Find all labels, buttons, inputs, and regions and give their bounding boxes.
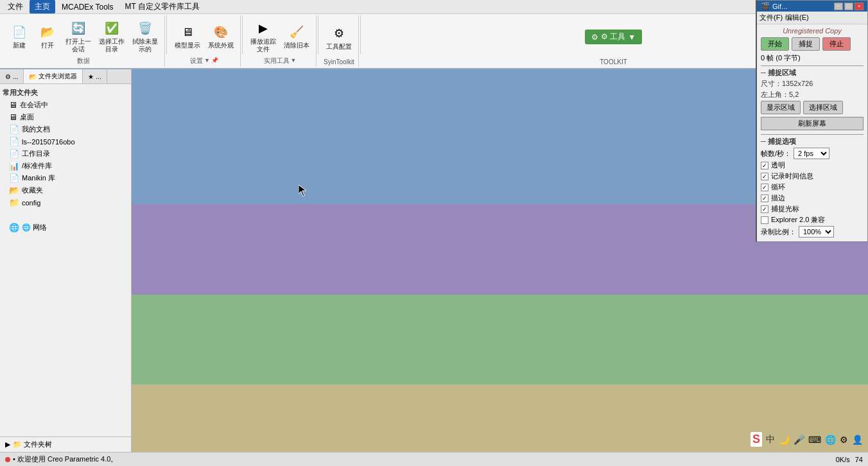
panel-tab-star[interactable]: ★ ... [83,69,107,83]
toolkit-group-title: TOOLKIT [600,57,627,65]
tools-dropdown-button[interactable]: ⚙ ⚙ 工具 ▼ [585,30,642,44]
gif-loop-label: 循环 [771,182,785,192]
gif-edit-menu[interactable]: 编辑(E) [785,13,809,22]
gif-loop-checkbox[interactable] [761,184,768,191]
network-speed: 0K/s [836,456,850,463]
tree-item-stdlib[interactable]: 📊 /标准件库 [0,160,131,172]
canvas-tan: S 中 🌙 🎤 ⌨ 🌐 ⚙ 👤 [132,384,868,452]
workdir-icon: 📄 [9,149,19,159]
gif-start-button[interactable]: 开始 [761,37,789,51]
gif-capture-options-section: ─ 捕捉选项 [761,134,864,146]
tree-item-favorites[interactable]: 📂 收藏夹 [0,184,131,196]
play-trail-button[interactable]: ▶ 播放追踪文件 [248,17,279,55]
utilities-expand-icon[interactable]: ▼ [291,57,297,64]
gif-transparent-label: 透明 [771,160,785,170]
mic-icon[interactable]: 🎤 [794,435,804,445]
select-workdir-button[interactable]: ✅ 选择工作目录 [96,17,127,55]
gif-frames-info: 0 帧 (0 字节) [761,53,801,63]
gif-panel-title: Gif... [772,3,834,10]
tree-item-config[interactable]: 📁 config [0,196,131,209]
gif-scale-select[interactable]: 100% 75% 50% [799,226,834,237]
mydocs-icon: 📄 [9,125,19,134]
svg-marker-0 [299,185,306,196]
gif-capture-button[interactable]: 捕捉 [792,37,820,51]
gif-refresh-button[interactable]: 刷新屏幕 [761,117,864,130]
taskbar-number: 74 [855,456,863,463]
stdlib-icon: 📊 [9,161,19,171]
gif-border-label: 描边 [771,193,785,203]
gif-transparent-checkbox[interactable] [761,162,768,169]
tree-item-manikin[interactable]: 📄 Manikin 库 [0,172,131,184]
mcadex-menu-item[interactable]: MCADEx Tools [56,1,118,13]
open-button[interactable]: 📂 打开 [35,21,60,51]
gif-close-button[interactable]: × [855,3,864,10]
syintoolkit-group-title: SyinToolkit [324,57,354,65]
tree-item-network[interactable]: 🌐 🌐 网络 [0,221,131,234]
settings-group-title: 设置 [190,55,203,65]
gif-select-region-button[interactable]: 选择区域 [803,101,843,114]
ls-icon: 📄 [9,137,19,146]
tree-item-workdir[interactable]: 📄 工作目录 [0,148,131,160]
manikin-icon: 📄 [9,173,19,183]
gif-capture-cursor-label: 捕捉光标 [771,204,799,214]
gif-maximize-button[interactable]: □ [844,3,853,10]
gif-record-time-label: 记录时间信息 [771,171,813,181]
gif-panel: 🎬 Gif... − □ × 文件(F) 编辑(E) Unregistered … [756,0,868,242]
mt-menu-item[interactable]: MT 自定义零件库工具 [119,0,204,13]
desktop-icon: 🖥 [9,112,17,122]
favorites-icon: 📂 [9,186,19,195]
settings-pin-icon[interactable]: 📌 [211,57,218,64]
settings-expand-icon[interactable]: ▼ [204,57,210,64]
settings2-icon[interactable]: ⚙ [840,435,848,445]
network-icon: 🌐 [9,223,19,232]
ime-icon[interactable]: 中 [766,434,775,445]
folder-tree-footer[interactable]: ▶ 📁 文件夹树 [0,436,131,452]
gif-file-menu[interactable]: 文件(F) [759,13,783,22]
tree-item-desktop[interactable]: 🖥 桌面 [0,111,131,123]
status-text: • 欢迎使用 Creo Parametric 4.0。 [13,454,117,464]
gif-dimensions: 尺寸：868x466 [761,79,813,89]
gif-explorer-label: Explorer 2.0 兼容 [771,215,825,225]
tree-item-ls[interactable]: 📄 ls--20150716obo [0,135,131,148]
data-group-title: 数据 [77,55,90,65]
erase-notdisplayed-button[interactable]: 🗑️ 拭除未显示的 [130,17,161,55]
status-dot [5,457,10,462]
gif-explorer-checkbox[interactable] [761,216,768,224]
sougou-icon[interactable]: S [751,432,762,447]
session-icon: 🖥 [9,100,17,110]
gif-display-region-button[interactable]: 显示区域 [761,101,801,114]
clear-old-button[interactable]: 🧹 清除旧本 [281,21,312,51]
open-prev-button[interactable]: 🔄 打开上一会话 [63,17,94,55]
gif-corner: 左上角：5,2 [761,90,799,99]
unregistered-label: Unregistered Copy [761,27,864,35]
model-display-button[interactable]: 🖥 模型显示 [172,21,203,51]
home-menu-item[interactable]: 主页 [30,0,55,13]
gif-record-time-checkbox[interactable] [761,173,768,180]
gif-capture-region-section: ─ 捕捉区域 [761,65,864,78]
tree-item-mydocs[interactable]: 📄 我的文档 [0,123,131,135]
keyboard-icon[interactable]: ⌨ [808,435,821,445]
gif-stop-button[interactable]: 停止 [822,37,851,51]
canvas-green [132,295,868,384]
new-button[interactable]: 📄 在会话中 新建 [6,21,32,51]
tree-item-session[interactable]: 🖥 在会话中 [0,99,131,111]
gif-minimize-button[interactable]: − [834,3,843,10]
moon-icon[interactable]: 🌙 [779,435,790,445]
user-icon[interactable]: 👤 [852,435,863,445]
network2-icon[interactable]: 🌐 [825,435,836,445]
gif-scale-label: 录制比例： [761,227,796,237]
common-folders-section: 常用文件夹 [0,87,131,99]
gif-fps-select[interactable]: 2 fps 5 fps 10 fps [794,148,829,159]
gif-fps-label: 帧数/秒： [761,149,791,159]
gif-capture-cursor-checkbox[interactable] [761,205,768,213]
file-menu-item[interactable]: 文件 [3,0,28,13]
gif-panel-icon: 🎬 [761,2,770,10]
config-icon: 📁 [9,198,19,207]
utilities-group-title: 实用工具 [264,55,290,65]
panel-tab-icons[interactable]: ⚙ ... [0,69,24,83]
system-appearance-button[interactable]: 🎨 系统外观 [205,21,236,51]
folder-tree-toggle-icon: ▶ [5,440,10,449]
panel-tab-filebrowser[interactable]: 📂 📂 文件夹浏览器 文件夹浏览器 [24,69,83,83]
gif-border-checkbox[interactable] [761,194,768,202]
tool-config-button[interactable]: ⚙ 工具配置 [324,22,354,53]
